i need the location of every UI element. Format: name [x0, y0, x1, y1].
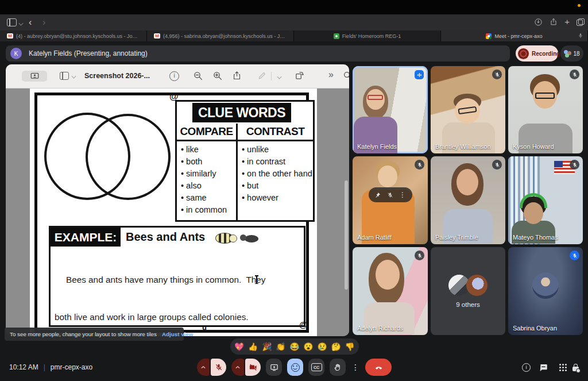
more-options-button[interactable]: ⋮ — [351, 359, 360, 376]
tab-gmail-sabrina[interactable]: M (4,956) - sabrina.obryan@johnson.kysch… — [147, 30, 294, 41]
video-tile[interactable]: Adelyn Richards — [353, 247, 428, 335]
reaction-surprise[interactable]: 😮 — [304, 342, 314, 351]
preview-sidebar-icon[interactable] — [60, 72, 69, 80]
activities-button[interactable] — [559, 364, 561, 365]
reaction-heart[interactable]: 💖 — [234, 342, 244, 351]
list-item: in contrast — [242, 156, 313, 168]
reaction-clap[interactable]: 👏 — [276, 342, 285, 351]
overflow-count-label: 9 others — [456, 301, 480, 308]
clue-words-table: CLUE WORDS COMPARE CONTRAST like both si… — [175, 100, 315, 222]
gmail-icon: M — [154, 33, 160, 39]
video-tile[interactable]: Sabrina Obryan — [508, 247, 583, 335]
video-tile[interactable]: Kyson Howard — [508, 66, 583, 153]
markup-chevron-icon[interactable] — [277, 75, 282, 79]
compare-list: like both similarly also same in common — [177, 144, 236, 216]
video-tile[interactable]: Paisley Trimble — [431, 156, 505, 244]
tab-strip: M (4) - aubrey.obryan@stu.johnson.kyscho… — [0, 30, 588, 41]
tab-label: Meet - pmr-cepx-axo — [494, 33, 542, 39]
preview-document-area: @ CLUE WORDS COMPARE CONTRAST — [6, 88, 349, 336]
leave-call-button[interactable] — [365, 359, 392, 376]
meet-app: K Katelyn Fields (Presenting, annotating… — [0, 41, 588, 381]
meeting-code: pmr-cepx-axo — [51, 363, 92, 371]
example-paragraph: Bees and ants have many things in common… — [55, 249, 303, 336]
video-tile[interactable]: Katelyn Fields — [353, 66, 428, 153]
mute-icon[interactable] — [387, 192, 393, 198]
tab-classroom[interactable]: Fields' Homeroom REG-1 — [294, 30, 441, 41]
video-tile[interactable]: ⋮ Adam Ratliff — [353, 156, 428, 244]
overflow-tile[interactable]: 9 others — [431, 247, 505, 335]
raise-hand-button[interactable] — [330, 359, 346, 376]
ant-clipart — [245, 235, 258, 243]
share-button[interactable] — [550, 18, 558, 26]
screen-share-source-button[interactable] — [22, 71, 47, 82]
recording-icon — [518, 48, 529, 59]
preview-sidebar-chevron-icon[interactable] — [72, 74, 76, 79]
example-box: EXAMPLE: Bees and Ants Bees and ants hav… — [49, 226, 305, 327]
reaction-thumbs-up[interactable]: 👍 — [248, 342, 258, 351]
bee-clipart — [215, 233, 234, 244]
reactions-button[interactable] — [287, 359, 303, 376]
markup-pencil-icon[interactable] — [257, 71, 267, 80]
muted-mic-icon — [415, 251, 424, 260]
back-button[interactable]: ‹ — [29, 17, 32, 28]
new-tab-button[interactable]: + — [564, 17, 570, 26]
divider: | — [44, 363, 45, 371]
tile-hover-controls: ⋮ — [369, 187, 412, 202]
list-item: on the other hand — [242, 168, 313, 180]
mic-off-icon — [215, 363, 223, 371]
reaction-think[interactable]: 🤔 — [331, 342, 341, 351]
status-line: 10:12 AM | pmr-cepx-axo — [9, 363, 92, 371]
sidebar-chevron-icon[interactable] — [19, 21, 24, 26]
preview-scrollbar[interactable] — [345, 180, 348, 290]
avatar — [466, 275, 488, 296]
share-icon[interactable] — [232, 71, 242, 80]
meeting-details-button[interactable]: i — [522, 363, 531, 372]
pin-icon[interactable] — [374, 192, 381, 198]
video-grid: Katelyn Fields Brantley Williamson Kyson… — [353, 66, 583, 335]
sidebar-toggle-icon[interactable] — [7, 18, 17, 26]
search-icon[interactable] — [343, 71, 349, 80]
video-tile[interactable]: Mateyo Thomas — [508, 156, 583, 244]
reaction-cry[interactable]: 😢 — [318, 342, 327, 351]
participant-count-badge[interactable]: 18 — [560, 45, 583, 61]
camera-toggle-button[interactable] — [245, 359, 261, 376]
forward-button[interactable]: › — [42, 17, 45, 28]
presenter-avatar: K — [10, 48, 22, 59]
tab-overview-button[interactable] — [577, 18, 583, 25]
clue-words-title: CLUE WORDS — [192, 103, 291, 122]
zoom-in-icon[interactable] — [212, 71, 223, 81]
info-icon[interactable]: i — [169, 71, 179, 81]
tab-audio-icon[interactable] — [578, 33, 583, 39]
presentation-tile[interactable]: Screenshot 2026-... i » @ — [6, 64, 349, 336]
rotate-icon[interactable] — [295, 71, 304, 80]
adjust-view-link[interactable]: Adjust view — [162, 331, 193, 337]
mic-toggle-button[interactable] — [211, 359, 226, 376]
chevron-up-icon — [200, 364, 207, 371]
mic-options-button[interactable] — [197, 359, 210, 376]
host-controls-button[interactable] — [572, 367, 579, 371]
zoom-out-icon[interactable] — [193, 71, 203, 81]
reaction-laugh[interactable]: 😂 — [290, 342, 300, 351]
list-item: however — [242, 192, 313, 204]
chat-button[interactable] — [539, 363, 548, 372]
more-options-icon[interactable]: ⋮ — [399, 191, 406, 198]
reaction-thumbs-down[interactable]: 👎 — [345, 342, 355, 351]
video-tile[interactable]: Brantley Williamson — [431, 66, 505, 153]
captions-button[interactable]: CC — [308, 359, 324, 376]
more-toolbar-items-icon[interactable]: » — [328, 70, 334, 80]
screen-share-icon — [30, 72, 39, 80]
participant-name: Paisley Trimble — [435, 234, 478, 241]
reaction-party[interactable]: 🎉 — [262, 342, 272, 351]
tab-gmail-aubrey[interactable]: M (4) - aubrey.obryan@stu.johnson.kyscho… — [0, 30, 147, 41]
list-item: like — [181, 144, 236, 156]
camera-options-button[interactable] — [231, 359, 244, 376]
tab-meet[interactable]: Meet - pmr-cepx-axo — [441, 30, 588, 41]
list-item: both — [181, 156, 236, 168]
meet-icon — [486, 33, 492, 39]
muted-mic-icon — [492, 70, 502, 79]
speaking-indicator-icon — [415, 70, 424, 79]
downloads-button[interactable] — [534, 18, 543, 26]
present-button[interactable] — [266, 359, 282, 376]
overflow-avatars — [448, 275, 488, 296]
gmail-icon: M — [7, 33, 13, 39]
